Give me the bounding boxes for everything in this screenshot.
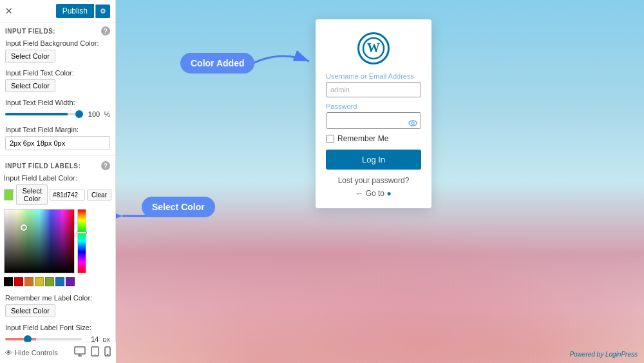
bg-color-group: Input Field Background Color: Select Col… [0, 37, 115, 66]
eye-icon: 👁 [5, 349, 12, 357]
width-slider-row: 100 % [5, 109, 110, 119]
color-swatch-green [4, 189, 14, 201]
remember-checkbox[interactable] [326, 135, 334, 143]
svg-point-10 [409, 121, 417, 126]
go-to-link[interactable]: ● [386, 189, 391, 198]
color-swatch-item[interactable] [4, 277, 13, 286]
color-picker-canvas[interactable] [4, 209, 75, 273]
bottom-bar: 👁 Hide Controls [0, 342, 116, 363]
color-swatch-item[interactable] [66, 277, 75, 286]
input-field-labels-help-icon[interactable]: ? [101, 161, 110, 170]
close-button[interactable]: ✕ [5, 6, 13, 16]
label-color-section: Input Field Label Color: Select Color Cl… [0, 172, 115, 291]
svg-text:W: W [367, 41, 380, 55]
label-color-label: Input Field Label Color: [4, 174, 111, 182]
input-field-labels-header: INPUT FIELD LABELS: ? [0, 157, 115, 172]
margin-input[interactable] [5, 136, 110, 150]
password-toggle-icon[interactable] [408, 118, 417, 128]
hue-thumb [77, 231, 87, 234]
publish-button[interactable]: Publish [56, 4, 94, 18]
desktop-icon[interactable] [74, 346, 86, 359]
color-swatches [4, 277, 111, 286]
password-input-wrap [326, 112, 421, 134]
bg-color-label: Input Field Background Color: [5, 39, 110, 47]
color-swatch-item[interactable] [55, 277, 64, 286]
tablet-icon[interactable] [91, 346, 99, 359]
width-value: 100 [87, 110, 100, 118]
hide-controls-button[interactable]: 👁 Hide Controls [5, 349, 58, 357]
input-fields-help-icon[interactable]: ? [101, 26, 110, 35]
remember-row: Remember Me [326, 134, 421, 143]
color-picker-dot [21, 224, 27, 231]
divider-1 [0, 155, 115, 156]
username-input[interactable] [326, 82, 421, 97]
color-swatch-item[interactable] [14, 277, 23, 286]
remember-label: Remember Me [337, 134, 388, 143]
bg-color-select-button[interactable]: Select Color [5, 50, 55, 63]
color-picker-row [4, 209, 111, 273]
remember-color-select-button[interactable]: Select Color [5, 304, 55, 317]
bottom-icons [74, 346, 111, 359]
color-picker-buttons: Select Color Clear [16, 184, 111, 205]
wp-logo-circle: W [357, 32, 390, 64]
clear-color-button[interactable]: Clear [87, 190, 111, 201]
username-label: Username or Email Address [326, 72, 421, 80]
go-to: ← Go to ● [326, 189, 421, 198]
width-label: Input Text Field Width: [5, 99, 110, 106]
remember-color-label: Remember me Label Color: [5, 294, 110, 302]
top-bar: ✕ Publish ⚙ [0, 0, 115, 23]
remember-color-group: Remember me Label Color: Select Color [0, 291, 115, 321]
svg-point-11 [412, 122, 414, 124]
password-label: Password [326, 103, 421, 110]
width-slider[interactable] [5, 113, 83, 115]
color-swatch-item[interactable] [24, 277, 33, 286]
publish-group: Publish ⚙ [56, 4, 110, 18]
input-fields-header: INPUT FIELDS: ? [0, 23, 115, 37]
svg-point-4 [95, 354, 96, 355]
login-button[interactable]: Log In [326, 150, 421, 170]
width-group: Input Text Field Width: 100 % [0, 96, 115, 123]
color-hash-input[interactable] [50, 190, 85, 201]
color-hue-slider[interactable] [77, 209, 86, 273]
text-color-label: Input Field Text Color: [5, 69, 110, 77]
label-color-select-button[interactable]: Select Color [16, 184, 48, 205]
margin-label: Input Text Field Margin: [5, 126, 110, 133]
mobile-icon[interactable] [104, 346, 111, 359]
text-color-select-button[interactable]: Select Color [5, 79, 55, 92]
label-font-size-label: Input Field Label Font Size: [5, 324, 110, 331]
label-font-size-slider[interactable] [5, 338, 82, 340]
color-swatch-item[interactable] [45, 277, 54, 286]
color-added-annotation: Color Added [180, 53, 254, 74]
lost-password: Lost your password? [326, 176, 421, 185]
color-label-row: Select Color Clear [4, 184, 111, 205]
left-panel: ✕ Publish ⚙ INPUT FIELDS: ? Input Field … [0, 0, 116, 363]
powered-by: Powered by LoginPress [569, 351, 638, 358]
margin-group: Input Text Field Margin: [0, 123, 115, 154]
svg-rect-0 [75, 347, 85, 354]
password-input[interactable] [326, 112, 421, 129]
width-unit: % [104, 110, 110, 118]
select-color-annotation: Select Color [142, 197, 215, 217]
wp-logo: W [326, 32, 421, 64]
color-swatch-item[interactable] [35, 277, 44, 286]
publish-settings-button[interactable]: ⚙ [95, 5, 110, 18]
text-color-group: Input Field Text Color: Select Color [0, 66, 115, 96]
login-box: W Username or Email Address Password Rem… [316, 19, 431, 208]
